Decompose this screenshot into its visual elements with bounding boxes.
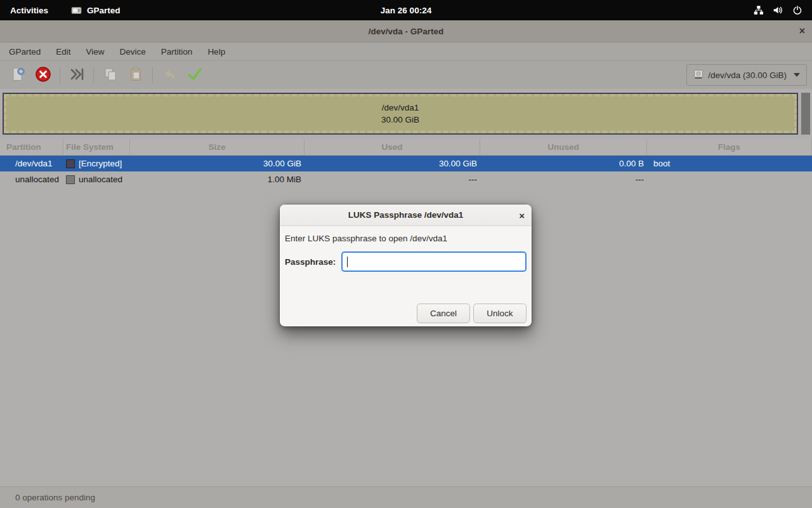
paste-icon — [128, 67, 143, 84]
apply-button[interactable] — [182, 64, 207, 86]
menu-bar: GParted Edit View Device Partition Help — [0, 43, 812, 61]
window-title: /dev/vda - GParted — [369, 27, 444, 36]
resize-move-icon — [69, 67, 85, 84]
device-selector-combo[interactable]: /dev/vda (30.00 GiB) — [686, 64, 807, 86]
header-size[interactable]: Size — [130, 139, 304, 155]
toolbar-separator — [93, 67, 94, 83]
dialog-close-button[interactable]: × — [519, 210, 525, 220]
scrollbar-thumb[interactable] — [801, 93, 810, 135]
filesystem-color-swatch — [66, 159, 75, 168]
menu-partition[interactable]: Partition — [154, 43, 200, 60]
partition-bar-vda1[interactable]: /dev/vda1 30.00 GiB — [3, 93, 798, 135]
screen: Activities GParted Jan 26 00:24 /dev/vda… — [0, 0, 812, 508]
copy-button[interactable] — [98, 64, 123, 86]
menu-edit[interactable]: Edit — [48, 43, 78, 60]
vertical-scrollbar[interactable] — [801, 93, 810, 135]
cell-flags — [647, 171, 812, 187]
cell-partition: /dev/vda1 — [0, 156, 63, 171]
luks-passphrase-dialog: LUKS Passphrase /dev/vda1 × Enter LUKS p… — [280, 204, 532, 326]
cell-used: --- — [304, 171, 480, 187]
volume-icon — [772, 4, 784, 16]
clock[interactable]: Jan 26 00:24 — [381, 6, 431, 15]
cell-filesystem: [Encrypted] — [63, 156, 130, 171]
paste-button[interactable] — [123, 64, 148, 86]
dialog-actions: Cancel Unlock — [285, 304, 527, 323]
new-partition-button[interactable] — [5, 64, 30, 86]
hard-drive-icon — [693, 69, 704, 81]
header-flags[interactable]: Flags — [647, 139, 812, 155]
header-unused[interactable]: Unused — [480, 139, 647, 155]
cell-used: 30.00 GiB — [304, 156, 480, 171]
menu-help[interactable]: Help — [200, 43, 233, 60]
device-selector-label: /dev/vda (30.00 GiB) — [708, 70, 787, 80]
cell-unused: --- — [480, 171, 647, 187]
menu-gparted[interactable]: GParted — [1, 43, 48, 60]
filesystem-label: [Encrypted] — [79, 159, 122, 168]
delete-icon — [35, 66, 51, 84]
app-indicator-label: GParted — [87, 6, 121, 15]
cell-unused: 0.00 B — [480, 156, 647, 171]
toolbar-separator — [60, 67, 60, 83]
dialog-message: Enter LUKS passphrase to open /dev/vda1 — [285, 234, 527, 243]
chevron-down-icon — [794, 73, 800, 77]
window-close-button[interactable]: × — [799, 26, 805, 36]
copy-icon — [103, 67, 118, 84]
operations-pending-text: 0 operations pending — [15, 493, 95, 502]
partition-bar-label: /dev/vda1 30.00 GiB — [4, 94, 797, 133]
partition-visual-panel: /dev/vda1 30.00 GiB — [0, 89, 812, 139]
passphrase-label: Passphrase: — [285, 257, 341, 267]
cell-partition: unallocated — [0, 171, 63, 187]
dialog-body: Enter LUKS passphrase to open /dev/vda1 … — [280, 226, 532, 326]
gparted-app-icon — [71, 5, 82, 16]
delete-partition-button[interactable] — [30, 64, 56, 86]
undo-icon — [162, 67, 177, 84]
filesystem-color-swatch — [66, 175, 75, 184]
system-status-area[interactable] — [752, 4, 803, 16]
passphrase-input[interactable] — [341, 251, 527, 272]
partition-bar-size: 30.00 GiB — [381, 114, 419, 126]
resize-move-button[interactable] — [64, 64, 89, 86]
toolbar: /dev/vda (30.00 GiB) — [0, 61, 812, 89]
gnome-top-bar: Activities GParted Jan 26 00:24 — [0, 0, 812, 20]
cell-flags: boot — [647, 156, 812, 171]
dialog-title: LUKS Passphrase /dev/vda1 — [348, 210, 464, 220]
text-caret — [347, 257, 348, 267]
toolbar-separator — [152, 67, 153, 83]
cell-size: 1.00 MiB — [130, 171, 304, 187]
unlock-button[interactable]: Unlock — [473, 304, 527, 323]
table-row-unallocated[interactable]: unallocated unallocated 1.00 MiB --- --- — [0, 171, 812, 187]
menu-device[interactable]: Device — [112, 43, 154, 60]
header-filesystem[interactable]: File System — [63, 139, 130, 155]
new-partition-icon — [10, 67, 25, 84]
menu-view[interactable]: View — [79, 43, 112, 60]
app-indicator[interactable]: GParted — [71, 5, 121, 16]
header-used[interactable]: Used — [304, 139, 480, 155]
passphrase-field-row: Passphrase: — [285, 251, 527, 272]
window-titlebar[interactable]: /dev/vda - GParted × — [0, 20, 812, 43]
dialog-titlebar[interactable]: LUKS Passphrase /dev/vda1 × — [280, 204, 532, 226]
apply-icon — [187, 67, 203, 84]
cell-filesystem: unallocated — [63, 171, 130, 187]
activities-button[interactable]: Activities — [10, 6, 48, 15]
filesystem-label: unallocated — [79, 175, 122, 184]
network-wired-icon — [752, 4, 764, 16]
table-row-vda1[interactable]: /dev/vda1 [Encrypted] 30.00 GiB 30.00 Gi… — [0, 156, 812, 171]
cancel-button[interactable]: Cancel — [417, 304, 470, 323]
status-bar: 0 operations pending — [0, 486, 812, 508]
cell-size: 30.00 GiB — [130, 156, 304, 171]
partition-bar-name: /dev/vda1 — [382, 102, 419, 114]
power-icon — [792, 4, 803, 16]
header-partition[interactable]: Partition — [0, 139, 63, 155]
undo-button[interactable] — [157, 64, 182, 86]
table-header-row: Partition File System Size Used Unused F… — [0, 139, 812, 156]
